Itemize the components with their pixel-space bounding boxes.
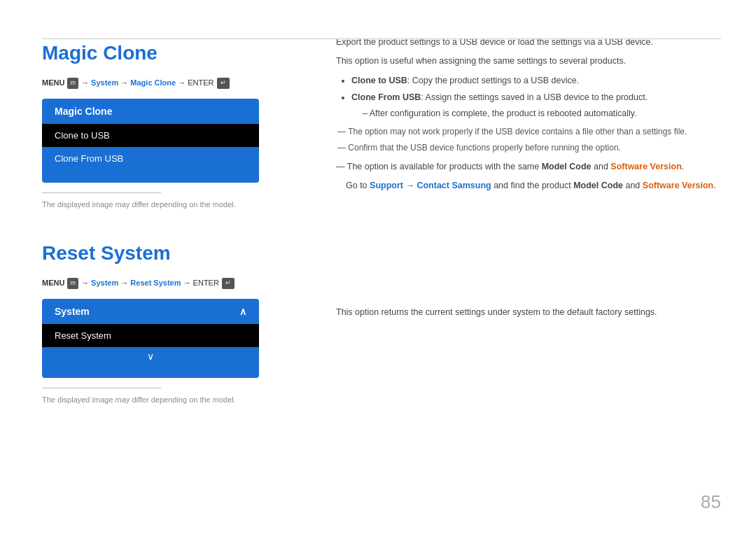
right-spacer — [336, 214, 721, 298]
note-3-dash: — — [336, 162, 347, 171]
model-code-label2: Model Code — [573, 181, 623, 190]
bullet-clone-to-usb: Clone to USB: Copy the product settings … — [351, 73, 721, 88]
chevron-up-icon: ∧ — [239, 306, 246, 317]
clone-from-usb-item[interactable]: Clone From USB — [42, 147, 259, 170]
magic-clone-panel-body: Clone to USB Clone From USB — [42, 124, 259, 183]
magic-clone-caption: The displayed image may differ depending… — [42, 200, 308, 209]
reset-menu-icon: m — [67, 278, 78, 289]
left-column: Magic Clone MENU m → System → Magic Clon… — [42, 28, 308, 506]
magic-clone-menu-path: MENU m → System → Magic Clone → ENTER ↵ — [42, 77, 308, 89]
reset-system-section-left: Reset System MENU m → System → Reset Sys… — [42, 242, 308, 404]
page-number: 85 — [701, 491, 721, 513]
menu-icon: m — [67, 78, 78, 89]
note-4: Go to Support → Contact Samsung and find… — [336, 178, 721, 193]
magic-clone-title: Magic Clone — [42, 42, 308, 64]
reset-system-panel-header: System ∧ — [42, 299, 259, 324]
model-code-label1: Model Code — [542, 162, 592, 171]
reset-system-intro: This option returns the current settings… — [336, 305, 721, 320]
top-divider — [42, 38, 721, 39]
magic-clone-intro1: Export the product settings to a USB dev… — [336, 35, 721, 50]
reset-system-caption: The displayed image may differ depending… — [42, 395, 308, 404]
reset-system-link2: Reset System — [130, 279, 181, 287]
software-version-label1: Software Version — [610, 162, 681, 171]
enter-icon: ↵ — [217, 78, 230, 89]
chevron-down-icon: ∨ — [42, 347, 259, 365]
note-1: The option may not work properly if the … — [336, 125, 721, 139]
clone-to-usb-text: : Copy the product settings to a USB dev… — [407, 76, 579, 85]
magic-clone-link: Magic Clone — [130, 78, 176, 87]
magic-clone-panel-header: Magic Clone — [42, 99, 259, 124]
contact-samsung-label: Contact Samsung — [416, 181, 491, 190]
clone-from-usb-sub-item: After configuration is complete, the pro… — [363, 106, 721, 121]
note-3: — The option is available for products w… — [336, 160, 721, 174]
magic-clone-section: Magic Clone MENU m → System → Magic Clon… — [42, 42, 308, 209]
reset-system-item[interactable]: Reset System — [42, 324, 259, 347]
clone-to-usb-item[interactable]: Clone to USB — [42, 124, 259, 147]
reset-system-right: This option returns the current settings… — [336, 298, 721, 320]
menu-label: MENU — [42, 78, 64, 87]
reset-system-title: Reset System — [42, 242, 308, 265]
magic-clone-right: Export the product settings to a USB dev… — [336, 35, 721, 193]
bullet-clone-from-usb: Clone From USB: Assign the settings save… — [351, 90, 721, 122]
clone-from-usb-sub: After configuration is complete, the pro… — [351, 106, 721, 121]
reset-system-panel-body: Reset System ∨ — [42, 324, 259, 378]
reset-system-link: System — [91, 279, 118, 287]
magic-clone-bullets: Clone to USB: Copy the product settings … — [336, 73, 721, 122]
magic-clone-intro2: This option is useful when assigning the… — [336, 54, 721, 69]
magic-clone-divider — [42, 192, 161, 193]
clone-from-usb-label: Clone From USB — [351, 92, 421, 102]
magic-clone-panel: Magic Clone Clone to USB Clone From USB — [42, 99, 259, 183]
software-version-label2: Software Version — [643, 181, 713, 190]
system-link: System — [91, 78, 118, 87]
reset-system-panel: System ∧ Reset System ∨ — [42, 299, 259, 378]
reset-menu-label: MENU — [42, 279, 64, 287]
reset-system-menu-path: MENU m → System → Reset System → ENTER ↵ — [42, 277, 308, 289]
note-2: Confirm that the USB device functions pr… — [336, 141, 721, 155]
clone-from-usb-text: : Assign the settings saved in a USB dev… — [421, 92, 648, 102]
right-column: Export the product settings to a USB dev… — [336, 28, 721, 506]
clone-to-usb-label: Clone to USB — [351, 76, 407, 85]
support-label: Support — [370, 181, 403, 190]
reset-system-divider — [42, 388, 161, 388]
reset-enter-icon: ↵ — [222, 278, 234, 289]
